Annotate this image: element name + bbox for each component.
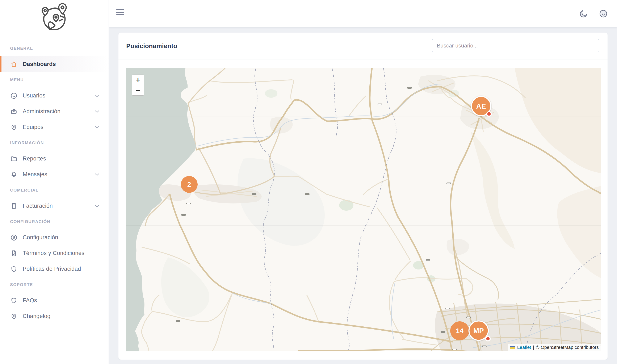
sidebar-item-label: Changelog <box>23 313 51 319</box>
sidebar-entry: Usuarios <box>0 88 109 104</box>
map-marker[interactable]: 2 <box>181 176 198 193</box>
road-shield-badge <box>305 193 309 195</box>
top-header <box>109 0 617 27</box>
road-shield-badge <box>378 104 382 105</box>
sidebar-entry: Políticas de Privacidad <box>0 261 109 277</box>
globe-pins-logo-icon <box>39 2 70 34</box>
briefcase-icon <box>10 108 18 115</box>
road-shield-badge <box>482 346 487 347</box>
shield-icon <box>10 297 18 304</box>
sidebar-item[interactable]: Políticas de Privacidad <box>0 261 109 277</box>
chevron-down-icon <box>94 125 100 130</box>
sidebar-entry: Reportes <box>0 151 109 167</box>
sidebar-entry: MENU <box>0 72 109 88</box>
sidebar-item[interactable]: Administración <box>0 104 109 119</box>
sidebar-item[interactable]: Mensajes <box>0 167 109 182</box>
sidebar-item-label: Facturación <box>23 203 53 209</box>
ukraine-flag-icon <box>510 346 515 349</box>
leaflet-link[interactable]: Leaflet <box>517 345 531 350</box>
sidebar-item[interactable]: Changelog <box>0 308 109 324</box>
sidebar-item[interactable]: Dashboards <box>0 56 109 72</box>
map-attribution: Leaflet | © OpenStreetMap contributors <box>508 344 601 351</box>
road-shield-badge <box>426 260 430 261</box>
zoom-out-button[interactable]: − <box>132 85 144 95</box>
road-shield-badge <box>181 214 186 216</box>
dark-mode-moon-icon[interactable] <box>579 9 588 18</box>
shield-icon <box>10 265 18 273</box>
sidebar: GENERAL Dashboards MENU Usuarios <box>0 0 109 364</box>
sidebar-section-label: COMERCIAL <box>0 182 109 198</box>
sidebar-entry: Mensajes <box>0 167 109 182</box>
road-shield-badge <box>447 182 451 184</box>
sidebar-item[interactable]: Configuración <box>0 230 109 245</box>
road-shield-badge <box>466 316 471 318</box>
map-marker-label: MP <box>473 327 484 335</box>
sidebar-item-label: FAQs <box>23 297 37 304</box>
sidebar-item[interactable]: Equipos <box>0 119 109 135</box>
sidebar-item-label: Términos y Condiciones <box>23 250 84 257</box>
user-smiley-icon[interactable] <box>599 9 608 18</box>
sidebar-entry: GENERAL <box>0 40 109 56</box>
page-title: Posicionamiento <box>126 33 177 59</box>
sidebar-entry: Configuración <box>0 230 109 245</box>
bell-icon <box>10 171 18 178</box>
pin-icon <box>10 312 18 320</box>
home-icon <box>10 61 18 68</box>
doc-icon <box>10 249 18 257</box>
sidebar-section-label: MENU <box>0 72 109 88</box>
sidebar-section-label: CONFIGURACIÓN <box>0 214 109 230</box>
folder-icon <box>10 155 18 163</box>
sidebar-entry: INFORMACIÓN <box>0 135 109 151</box>
road-shield-badge <box>452 349 457 350</box>
map-marker[interactable]: MP <box>469 321 489 341</box>
sidebar-item[interactable]: Términos y Condiciones <box>0 245 109 261</box>
road-shield-badge <box>186 203 191 204</box>
map-marker-label: AE <box>476 102 486 110</box>
chevron-down-icon <box>94 109 100 114</box>
marker-position-dot <box>485 336 490 341</box>
hamburger-menu-icon[interactable] <box>116 9 124 17</box>
map-marker[interactable]: AE <box>471 96 491 116</box>
zoom-in-button[interactable]: + <box>132 75 144 85</box>
header-icons <box>579 0 608 27</box>
chevron-down-icon <box>94 93 100 99</box>
sidebar-item-label: Configuración <box>23 234 58 241</box>
sidebar-entry: Changelog <box>0 308 109 324</box>
app-root: { "sidebar": { "entries": [ {"type":"sec… <box>0 0 617 364</box>
map-marker[interactable]: 14 <box>450 321 469 340</box>
logo <box>0 2 109 34</box>
search-input[interactable] <box>432 39 599 52</box>
basemap-tiles <box>126 68 601 351</box>
sidebar-item-label: Reportes <box>23 156 46 162</box>
road-shield-badge <box>407 87 412 89</box>
sidebar-section-label: INFORMACIÓN <box>0 135 109 151</box>
sidebar-entry: Dashboards <box>0 56 109 72</box>
leaflet-map[interactable]: AE 2 14 MP + − Leaflet | © <box>126 68 601 351</box>
marker-position-dot <box>486 111 492 117</box>
attribution-separator: | <box>533 345 534 350</box>
sidebar-entry: FAQs <box>0 293 109 308</box>
sidebar-section-label: GENERAL <box>0 40 109 56</box>
sidebar-entry: Equipos <box>0 119 109 135</box>
road-shield-badge <box>445 308 450 309</box>
road-shield-badge <box>176 320 180 322</box>
chevron-down-icon <box>94 172 100 177</box>
sidebar-entry: COMERCIAL <box>0 182 109 198</box>
sidebar-item-label: Equipos <box>23 124 43 130</box>
sidebar-item-label: Administración <box>23 108 61 115</box>
sidebar-item[interactable]: FAQs <box>0 293 109 308</box>
positioning-card: Posicionamiento <box>118 33 607 360</box>
road-shield-badge <box>252 193 257 195</box>
sidebar-item[interactable]: Reportes <box>0 151 109 167</box>
sidebar-item[interactable]: Facturación <box>0 198 109 214</box>
sidebar-entry: Facturación <box>0 198 109 214</box>
sidebar-entry: Términos y Condiciones <box>0 245 109 261</box>
sidebar-nav: GENERAL Dashboards MENU Usuarios <box>0 40 109 324</box>
sidebar-entry: Administración <box>0 104 109 119</box>
chevron-down-icon <box>94 203 100 209</box>
receipt-icon <box>10 202 18 210</box>
map-marker-label: 2 <box>187 181 191 188</box>
osm-attribution-text: © OpenStreetMap contributors <box>536 345 599 350</box>
sidebar-section-label: SOPORTE <box>0 277 109 293</box>
sidebar-item[interactable]: Usuarios <box>0 88 109 104</box>
